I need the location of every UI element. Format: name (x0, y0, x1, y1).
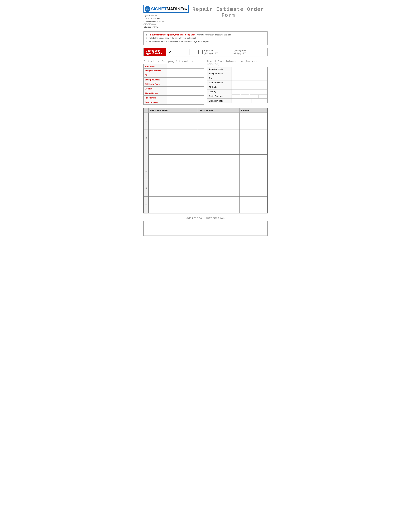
cc-exp-input-cell[interactable] (231, 99, 267, 103)
service-section: Choose Your Type of Service Expedited(3-… (143, 48, 268, 57)
state-input[interactable] (168, 77, 204, 82)
cc-box-2[interactable] (241, 94, 249, 98)
country-input-cell[interactable] (168, 86, 204, 91)
credit-heading: Credit Card Information (for rush servic… (207, 60, 268, 66)
standard-checkbox[interactable] (168, 50, 172, 54)
zip-input[interactable] (168, 82, 204, 86)
model-4a[interactable] (149, 163, 198, 171)
service-option-standard[interactable] (168, 49, 190, 55)
serial-6a[interactable] (198, 197, 239, 205)
state-input-cell[interactable] (168, 77, 204, 82)
model-6a[interactable] (149, 197, 198, 205)
country-input[interactable] (168, 86, 204, 91)
cc-box-1[interactable] (232, 94, 240, 98)
cc-exp-box[interactable] (232, 99, 252, 103)
lightning-checkbox[interactable] (227, 50, 231, 54)
fax-input[interactable] (168, 95, 204, 100)
zip-input-cell[interactable] (168, 82, 204, 86)
model-3a[interactable] (149, 146, 198, 155)
additional-section: Additional Information (143, 217, 268, 236)
email-input[interactable] (168, 100, 204, 104)
table-row: 2 (144, 129, 267, 138)
email-input-cell[interactable] (168, 100, 204, 105)
model-5b[interactable] (149, 188, 198, 197)
cc-zip-input-cell[interactable] (231, 85, 267, 89)
cc-number-input-cell[interactable] (231, 94, 267, 99)
col-problem-header: Problem (239, 108, 267, 113)
shipping-address-input-cell[interactable] (168, 68, 204, 73)
page-header: S SIGNET MARINE Inc. Signet Marine Inc. … (143, 5, 268, 28)
cc-name-input-cell[interactable] (231, 67, 267, 71)
table-row: 3 (144, 146, 267, 155)
problem-1a[interactable] (239, 113, 267, 121)
service-label: Choose Your Type of Service (144, 48, 166, 56)
problem-5a[interactable] (239, 180, 267, 188)
problem-6b[interactable] (239, 205, 267, 213)
problem-3b[interactable] (239, 155, 267, 163)
problem-5b[interactable] (239, 188, 267, 197)
expedited-checkbox[interactable] (198, 50, 203, 54)
problem-3a[interactable] (239, 146, 267, 155)
billing-address-input-cell[interactable] (231, 71, 267, 76)
serial-5b[interactable] (198, 188, 239, 197)
cc-state-input-cell[interactable] (231, 80, 267, 85)
instrument-section: Instrument Model Serial Number Problem 1… (143, 108, 268, 213)
serial-5a[interactable] (198, 180, 239, 188)
cc-zip-input[interactable] (232, 85, 267, 89)
model-2a[interactable] (149, 129, 198, 138)
phone-input[interactable] (168, 91, 204, 95)
table-row: Shipping Address (144, 68, 204, 73)
row-num-4: 4 (144, 163, 149, 180)
serial-1b[interactable] (198, 121, 239, 129)
model-3b[interactable] (149, 155, 198, 163)
your-name-input-cell[interactable] (168, 64, 204, 68)
model-5a[interactable] (149, 180, 198, 188)
billing-address-input[interactable] (232, 71, 267, 76)
serial-6b[interactable] (198, 205, 239, 213)
cc-city-input-cell[interactable] (231, 76, 267, 80)
cc-exp-label: Expiration Date. (207, 99, 232, 103)
serial-3b[interactable] (198, 155, 239, 163)
problem-6a[interactable] (239, 197, 267, 205)
city-input-cell[interactable] (168, 73, 204, 77)
problem-2a[interactable] (239, 129, 267, 138)
cc-state-label: State (Province) (207, 80, 232, 85)
service-option-lightning[interactable]: Lightening Fast(1-2 days) +$65 (227, 49, 246, 55)
additional-info-box[interactable] (143, 221, 268, 236)
expedited-label: Expedited(3-5 days) + $35 (204, 49, 218, 55)
model-4b[interactable] (149, 171, 198, 180)
phone-input-cell[interactable] (168, 91, 204, 95)
problem-4a[interactable] (239, 163, 267, 171)
cc-country-input-cell[interactable] (231, 89, 267, 94)
contact-heading: Contact and Shipping Information (143, 60, 204, 63)
contact-col: Contact and Shipping Information Your Na… (143, 60, 204, 105)
problem-2b[interactable] (239, 138, 267, 146)
serial-4a[interactable] (198, 163, 239, 171)
model-1a[interactable] (149, 113, 198, 121)
table-row: Country (144, 86, 204, 91)
info-section: Contact and Shipping Information Your Na… (143, 60, 268, 105)
problem-4b[interactable] (239, 171, 267, 180)
cc-country-input[interactable] (232, 89, 267, 94)
serial-4b[interactable] (198, 171, 239, 180)
cc-box-3[interactable] (250, 94, 258, 98)
shipping-address-input[interactable] (168, 68, 204, 73)
cc-city-input[interactable] (232, 76, 267, 80)
cc-name-input[interactable] (232, 67, 267, 71)
serial-1a[interactable] (198, 113, 239, 121)
city-input[interactable] (168, 73, 204, 77)
table-row: Phone Number (144, 91, 204, 95)
fax-input-cell[interactable] (168, 95, 204, 100)
model-1b[interactable] (149, 121, 198, 129)
standard-text-input[interactable] (174, 49, 190, 55)
serial-2a[interactable] (198, 129, 239, 138)
service-option-expedited[interactable]: Expedited(3-5 days) + $35 (198, 49, 218, 55)
serial-3a[interactable] (198, 146, 239, 155)
model-2b[interactable] (149, 138, 198, 146)
model-6b[interactable] (149, 205, 198, 213)
serial-2b[interactable] (198, 138, 239, 146)
cc-box-4[interactable] (259, 94, 267, 98)
cc-state-input[interactable] (232, 80, 267, 85)
problem-1b[interactable] (239, 121, 267, 129)
your-name-input[interactable] (168, 64, 204, 68)
